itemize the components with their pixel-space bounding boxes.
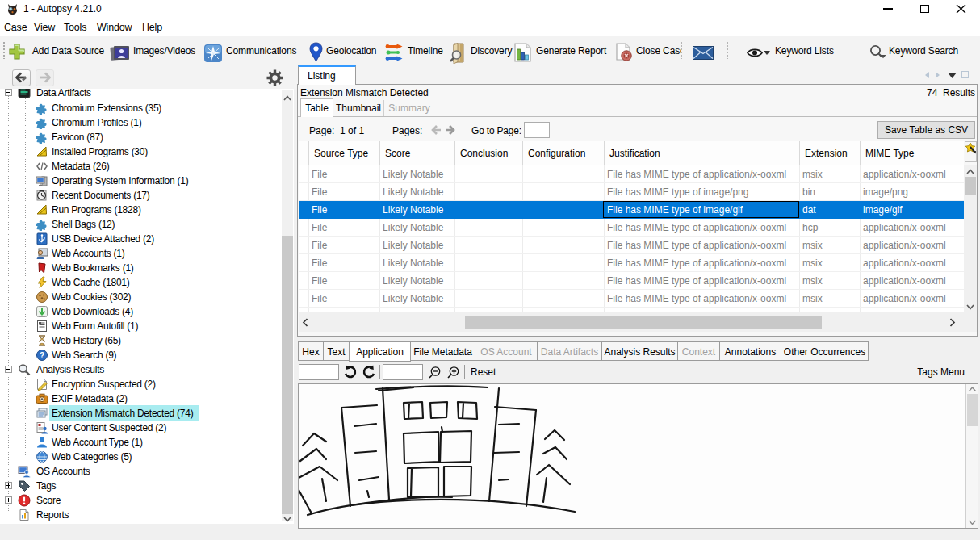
svg-text:?: ? xyxy=(40,350,44,359)
